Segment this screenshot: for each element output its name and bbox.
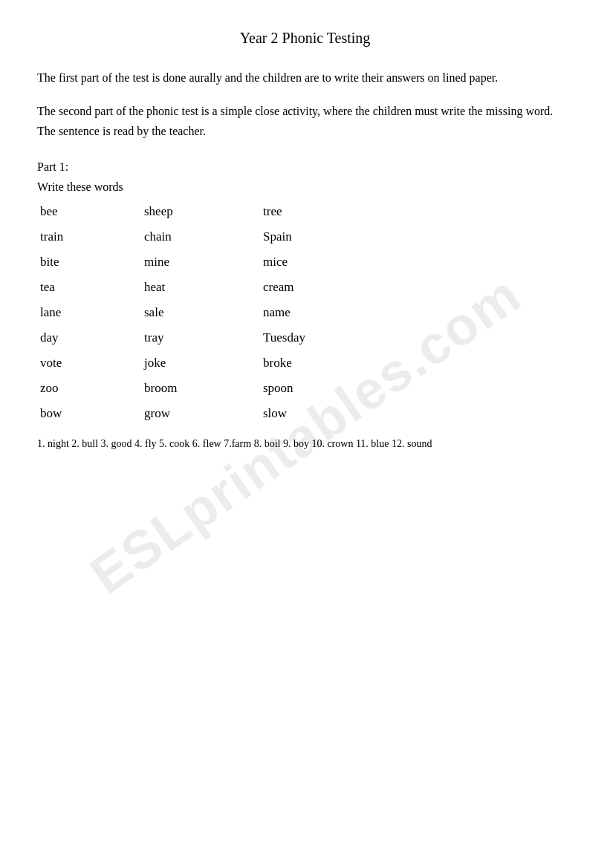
intro-paragraph-1: The first part of the test is done aural… <box>37 68 573 88</box>
word-cell: tea <box>37 280 141 295</box>
word-cell: mice <box>260 255 409 270</box>
word-cell: joke <box>141 356 260 371</box>
words-grid: beesheeptreetrainchainSpainbiteminemicet… <box>37 204 573 421</box>
word-cell: spoon <box>260 381 409 396</box>
word-cell: name <box>260 305 409 320</box>
word-cell: bite <box>37 255 141 270</box>
word-cell: sale <box>141 305 260 320</box>
part-header: Part 1: Write these words <box>37 157 573 197</box>
word-cell: cream <box>260 280 409 295</box>
word-cell: bow <box>37 406 141 421</box>
word-cell: broke <box>260 356 409 371</box>
part-header-line1: Part 1: <box>37 160 68 173</box>
word-cell: tray <box>141 330 260 345</box>
word-cell: Tuesday <box>260 330 409 345</box>
word-cell: grow <box>141 406 260 421</box>
word-cell: Spain <box>260 229 409 244</box>
word-cell: broom <box>141 381 260 396</box>
word-cell: day <box>37 330 141 345</box>
word-cell: zoo <box>37 381 141 396</box>
intro-paragraph-2: The second part of the phonic test is a … <box>37 101 573 141</box>
word-cell: slow <box>260 406 409 421</box>
part-header-line2: Write these words <box>37 180 123 193</box>
word-cell: sheep <box>141 204 260 219</box>
word-cell: mine <box>141 255 260 270</box>
word-cell: tree <box>260 204 409 219</box>
page-title: Year 2 Phonic Testing <box>37 30 573 47</box>
footer-list: 1. night 2. bull 3. good 4. fly 5. cook … <box>37 436 573 452</box>
word-cell: chain <box>141 229 260 244</box>
word-cell: heat <box>141 280 260 295</box>
word-cell: lane <box>37 305 141 320</box>
word-cell: bee <box>37 204 141 219</box>
word-cell: train <box>37 229 141 244</box>
word-cell: vote <box>37 356 141 371</box>
